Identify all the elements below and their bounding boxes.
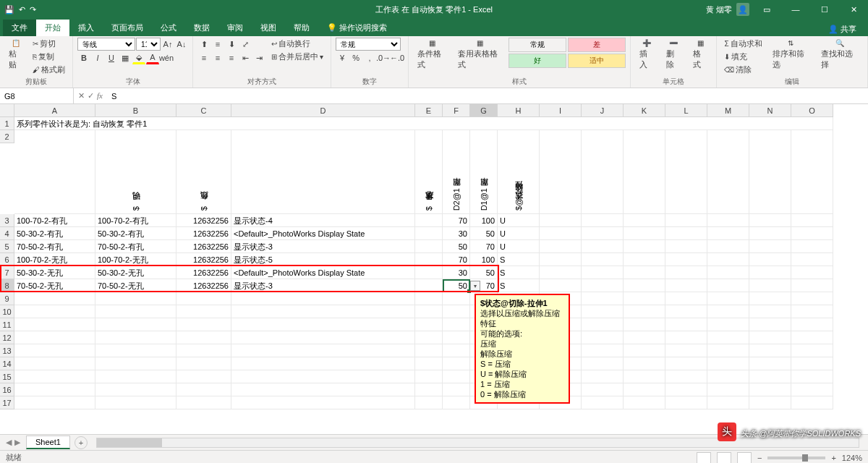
cell[interactable] (415, 253, 443, 266)
cell[interactable] (14, 383, 95, 396)
cell[interactable]: 50 (443, 279, 470, 292)
cell[interactable] (95, 357, 176, 370)
cell[interactable] (582, 383, 624, 396)
col-header[interactable]: K (624, 104, 665, 117)
cell[interactable] (540, 227, 582, 240)
indent-inc-icon[interactable]: ⇥ (252, 51, 265, 64)
cell[interactable] (665, 227, 707, 240)
cell[interactable] (707, 214, 749, 227)
tab-formulas[interactable]: 公式 (152, 20, 185, 36)
cell[interactable] (415, 383, 443, 396)
cell[interactable]: 100 (470, 214, 498, 227)
font-color-button[interactable]: A (146, 51, 159, 64)
cell[interactable]: 30 (443, 227, 470, 240)
tab-review[interactable]: 审阅 (218, 20, 252, 36)
cell[interactable] (707, 305, 749, 318)
tab-data[interactable]: 数据 (185, 20, 218, 36)
cell[interactable] (415, 227, 443, 240)
cell[interactable]: 50-30-2-有孔 (95, 227, 176, 240)
find-select-button[interactable]: 🔍查找和选择 (817, 38, 863, 72)
sheet-nav-prev-icon[interactable]: ◀ (6, 438, 12, 447)
cell[interactable] (791, 305, 833, 318)
cell[interactable] (749, 227, 791, 240)
align-top-icon[interactable]: ⬆ (197, 38, 210, 51)
tab-file[interactable]: 文件 (3, 20, 36, 36)
cell[interactable]: 50 (470, 227, 498, 240)
column-header-cell[interactable]: $颜色 (176, 130, 231, 214)
cell[interactable] (624, 227, 665, 240)
cell[interactable] (749, 370, 791, 383)
cell[interactable]: 显示状态-5 (231, 253, 415, 266)
cell[interactable] (665, 279, 707, 292)
cell[interactable]: 100-70-2-无孔 (95, 253, 176, 266)
cell[interactable] (582, 240, 624, 253)
indent-dec-icon[interactable]: ⇤ (239, 51, 252, 64)
increase-decimal-icon[interactable]: .0→ (377, 51, 390, 64)
currency-icon[interactable]: ¥ (336, 51, 349, 64)
cell[interactable]: 100-70-2-无孔 (14, 253, 95, 266)
col-header[interactable]: N (749, 104, 791, 117)
cell[interactable]: 70-50-2-无孔 (95, 279, 176, 292)
cell[interactable]: 50-30-2-有孔 (14, 227, 95, 240)
cell[interactable]: 50 (470, 266, 498, 279)
cell[interactable] (14, 331, 95, 344)
column-header-cell[interactable]: $说明 (95, 130, 176, 214)
column-header-cell[interactable] (582, 130, 624, 214)
cell[interactable]: 12632256 (176, 266, 231, 279)
cell[interactable] (582, 370, 624, 383)
column-header-cell[interactable]: $状态@切除-拉伸1 (498, 130, 540, 214)
cell[interactable] (707, 266, 749, 279)
cell[interactable] (624, 266, 665, 279)
minimize-icon[interactable]: — (781, 0, 810, 19)
cell[interactable] (624, 214, 665, 227)
cell[interactable] (624, 331, 665, 344)
cell[interactable]: 70 (443, 214, 470, 227)
cell[interactable] (415, 292, 443, 305)
cell[interactable]: 12632256 (176, 279, 231, 292)
cell[interactable] (231, 383, 415, 396)
cell[interactable] (791, 253, 833, 266)
cell[interactable]: <Default>_PhotoWorks Display State (231, 227, 415, 240)
column-header-cell[interactable] (707, 130, 749, 214)
cell[interactable] (14, 396, 95, 409)
cell[interactable] (231, 305, 415, 318)
cell[interactable]: 70 (443, 253, 470, 266)
cell[interactable]: 70-50-2-有孔 (14, 240, 95, 253)
tell-me[interactable]: 💡 操作说明搜索 (318, 20, 396, 36)
view-layout-icon[interactable] (717, 452, 731, 464)
cell[interactable] (95, 396, 176, 409)
cell[interactable] (707, 370, 749, 383)
cell-styles-gallery[interactable]: 常规 差 好 适中 (509, 38, 626, 68)
cell[interactable] (540, 279, 582, 292)
cell[interactable]: 12632256 (176, 240, 231, 253)
column-header-cell[interactable] (540, 130, 582, 214)
cell[interactable] (749, 331, 791, 344)
cell[interactable] (624, 344, 665, 357)
decrease-decimal-icon[interactable]: ←.0 (391, 51, 404, 64)
close-icon[interactable]: ✕ (839, 0, 868, 19)
style-neutral[interactable]: 适中 (568, 54, 626, 68)
format-cells-button[interactable]: ▦格式 (689, 38, 712, 72)
ribbon-options-icon[interactable]: ▭ (752, 0, 781, 19)
title-cell[interactable]: 系列零件设计表是为: 自动恢复 零件1 (14, 117, 833, 130)
cell[interactable] (749, 266, 791, 279)
cell[interactable] (665, 292, 707, 305)
column-header-cell[interactable] (231, 130, 415, 214)
font-name-select[interactable]: 等线 (77, 38, 135, 51)
cell[interactable] (443, 370, 470, 383)
cell[interactable] (749, 279, 791, 292)
sheet-tab-sheet1[interactable]: Sheet1 (26, 436, 70, 449)
cell[interactable]: 50 (443, 240, 470, 253)
cell[interactable] (582, 357, 624, 370)
cell[interactable] (707, 344, 749, 357)
cell[interactable] (665, 318, 707, 331)
col-header[interactable]: D (231, 104, 415, 117)
cell[interactable] (14, 318, 95, 331)
number-format-select[interactable]: 常规 (336, 38, 401, 51)
cell[interactable] (791, 292, 833, 305)
share-button[interactable]: 👤 共享 (822, 22, 862, 36)
cell[interactable]: 70-50-2-无孔 (14, 279, 95, 292)
cell[interactable] (231, 357, 415, 370)
cell[interactable]: 30 (443, 266, 470, 279)
cell[interactable]: 12632256 (176, 253, 231, 266)
